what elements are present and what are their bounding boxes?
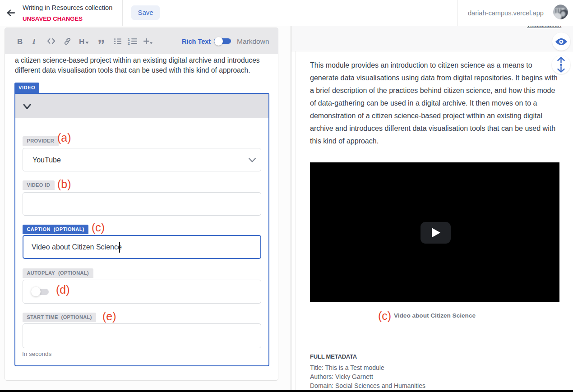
svg-text:2: 2 [128,41,130,45]
